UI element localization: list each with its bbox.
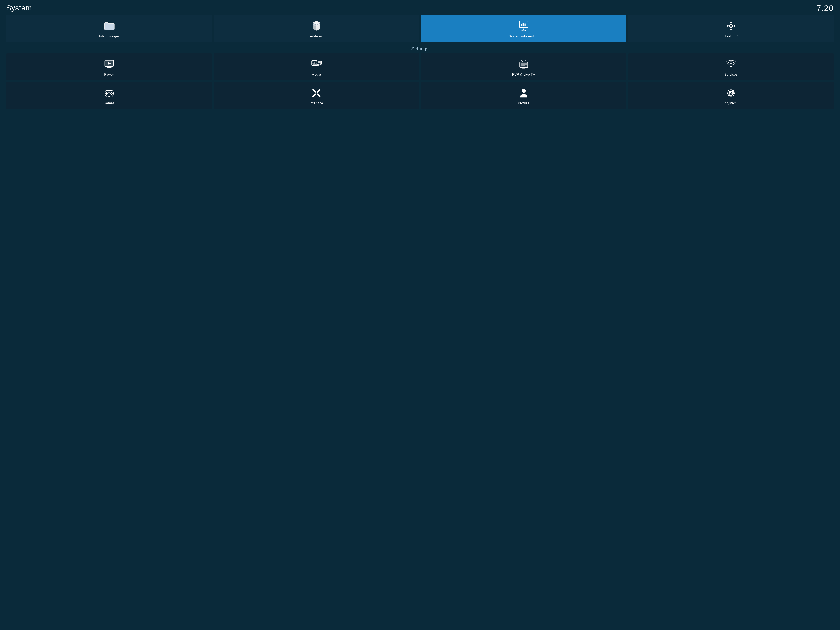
svg-point-53 (111, 94, 112, 95)
libreelec-icon (725, 20, 737, 32)
page-title: System (6, 4, 32, 12)
svg-rect-21 (733, 25, 735, 27)
tile-pvr[interactable]: PVR & Live TV (421, 53, 627, 81)
svg-rect-27 (107, 67, 112, 68)
svg-rect-69 (733, 95, 734, 96)
svg-rect-43 (521, 65, 525, 66)
svg-rect-64 (727, 93, 728, 94)
svg-rect-20 (727, 25, 729, 27)
svg-point-47 (730, 66, 732, 67)
settings-section-title: Settings (6, 46, 834, 51)
svg-rect-8 (521, 24, 522, 26)
svg-rect-44 (522, 68, 525, 68)
svg-point-60 (522, 89, 526, 93)
tile-file-manager-label: File manager (99, 35, 119, 38)
tile-games-label: Games (104, 101, 115, 105)
services-icon (725, 58, 737, 71)
media-icon (310, 58, 323, 71)
svg-point-59 (316, 92, 317, 94)
tile-add-ons-label: Add-ons (310, 35, 323, 38)
svg-point-52 (112, 93, 113, 95)
svg-point-54 (110, 93, 111, 95)
clock: 7:20 (816, 4, 834, 13)
svg-rect-22 (730, 22, 732, 24)
profiles-icon (518, 87, 530, 99)
tile-system-information[interactable]: System information (421, 15, 627, 42)
svg-line-46 (524, 60, 526, 62)
svg-point-51 (111, 92, 112, 93)
pvr-icon (518, 58, 530, 71)
svg-rect-42 (521, 64, 527, 65)
main-content: File manager Add-ons (0, 15, 840, 630)
svg-rect-50 (106, 93, 108, 94)
svg-rect-30 (312, 61, 313, 62)
tile-system-information-label: System information (509, 35, 538, 38)
tile-file-manager[interactable]: File manager (6, 15, 212, 42)
tile-games[interactable]: Games (6, 82, 212, 109)
tile-libreelec[interactable]: LibreELEC (628, 15, 834, 42)
svg-rect-26 (108, 66, 111, 67)
svg-rect-65 (734, 93, 735, 94)
tile-player[interactable]: Player (6, 53, 212, 81)
tile-player-label: Player (104, 73, 114, 76)
tile-add-ons[interactable]: Add-ons (213, 15, 419, 42)
svg-rect-66 (728, 90, 729, 92)
tile-interface-label: Interface (309, 101, 323, 105)
tile-services-label: Services (725, 73, 738, 76)
tile-media[interactable]: Media (213, 53, 419, 81)
svg-point-55 (108, 92, 109, 93)
addons-icon (310, 20, 323, 32)
svg-point-72 (733, 91, 734, 92)
player-icon (103, 58, 115, 71)
svg-rect-62 (730, 89, 731, 91)
svg-rect-41 (521, 63, 527, 63)
svg-rect-23 (730, 28, 732, 30)
tile-pvr-label: PVR & Live TV (512, 73, 535, 76)
svg-point-35 (317, 64, 319, 66)
sysinfo-icon (518, 20, 530, 32)
svg-point-74 (728, 95, 729, 95)
settings-grid: Player (6, 53, 834, 109)
svg-rect-10 (524, 24, 526, 26)
svg-point-36 (319, 63, 322, 65)
tile-profiles[interactable]: Profiles (421, 82, 627, 109)
interface-icon (310, 87, 323, 99)
tile-system[interactable]: System (628, 82, 834, 109)
top-row: File manager Add-ons (6, 15, 834, 42)
svg-rect-32 (316, 61, 317, 62)
games-icon (103, 87, 115, 99)
svg-rect-9 (523, 23, 524, 26)
svg-rect-63 (730, 96, 731, 97)
header: System 7:20 (0, 0, 840, 15)
tile-interface[interactable]: Interface (213, 82, 419, 109)
tile-libreelec-label: LibreELEC (723, 35, 739, 38)
tile-media-label: Media (312, 73, 321, 76)
folder-icon (103, 20, 115, 32)
tile-services[interactable]: Services (628, 53, 834, 81)
tile-profiles-label: Profiles (518, 101, 530, 105)
system-icon (725, 87, 737, 99)
svg-point-56 (109, 92, 110, 93)
svg-rect-31 (312, 63, 313, 64)
tile-system-label: System (725, 101, 737, 105)
svg-line-45 (521, 60, 523, 62)
